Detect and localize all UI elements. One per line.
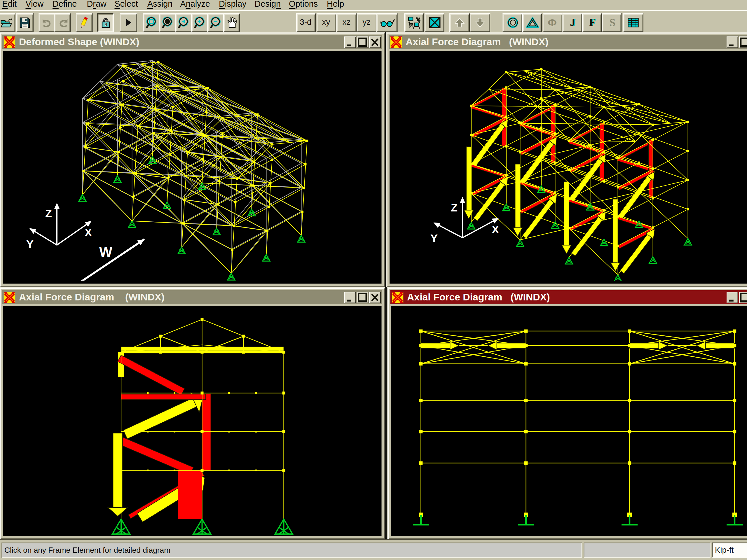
svg-text:X: X bbox=[85, 226, 92, 239]
svg-text:Y: Y bbox=[26, 238, 33, 250]
svg-text:Z: Z bbox=[45, 207, 52, 220]
svg-text:Z: Z bbox=[451, 202, 458, 214]
svg-text:F: F bbox=[589, 17, 595, 28]
svg-text:W: W bbox=[99, 244, 112, 260]
svg-text:X: X bbox=[492, 223, 499, 236]
svg-text:J: J bbox=[570, 17, 575, 28]
svg-text:S: S bbox=[609, 17, 615, 28]
svg-text:Y: Y bbox=[430, 232, 438, 244]
svg-text:Φ: Φ bbox=[548, 17, 557, 28]
